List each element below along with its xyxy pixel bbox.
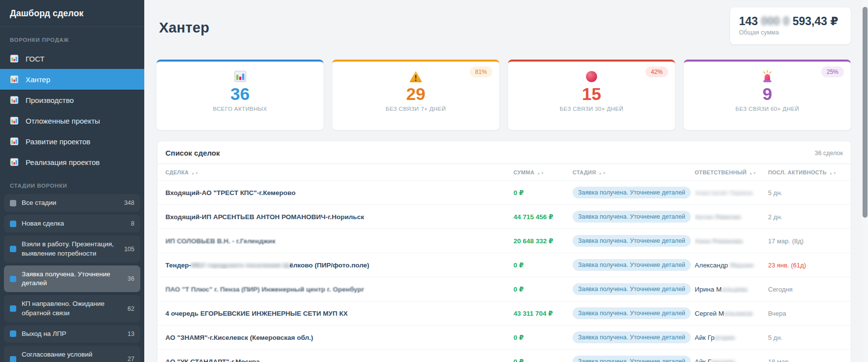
stat-cards-row: 36 ВСЕГО АКТИВНЫХ 29 БЕЗ СВЯЗИ 7+ ДНЕЙ 8… [157,60,851,130]
sort-arrows-icon[interactable]: ▲▼ [191,171,199,175]
table-row[interactable]: ПАО "Т Плюс" г. Пенза (ПИР) Инженерный ц… [158,277,851,301]
stat-card-percent-badge: 25% [821,66,844,77]
table-row[interactable]: АО "ЗНАМЯ"-г.Киселевск (Кемеровская обл.… [158,326,851,350]
sidebar-funnel-item[interactable]: Отложенные проекты [0,110,144,131]
stage-label: Все стадии [22,198,56,207]
sidebar-funnel-item[interactable]: Реализация проектов [0,152,144,172]
sort-arrows-icon[interactable]: ▲▼ [599,171,607,175]
deal-name: АО "ЗНАМЯ"-г.Киселевск (Кемеровская обл.… [165,334,514,341]
sidebar-stage-item[interactable]: Выход на ЛПР 13 [4,325,140,343]
funnel-icon-slot [10,158,19,166]
warning-icon [409,70,423,83]
deal-responsible: Сергей Мельников [695,310,768,317]
stage-count: 13 [124,330,134,337]
table-row[interactable]: АО "УК СТАНДАРТ"-г.Москва 0 ₽ Заявка пол… [158,350,851,362]
stage-label: Заявка получена. Уточнение деталей [22,270,118,288]
stage-list: Все стадии 348 Новая сделка 8 Взяли в ра… [0,194,144,362]
funnel-icon-slot [10,54,19,63]
table-row[interactable]: Тендер-МБУ городского поселения Щёлково … [158,253,851,277]
stage-count: 8 [127,220,134,227]
deal-last-activity: 23 янв. (61д) [768,262,843,269]
table-column-header[interactable]: СДЕЛКА▲▼ [165,169,514,175]
page-title: Хантер [159,20,209,36]
sidebar-stage-item[interactable]: Заявка получена. Уточнение деталей 36 [4,265,140,292]
funnel-label: Хантер [26,75,50,84]
deal-sum: 0 ₽ [514,285,573,293]
stat-card-value: 9 [684,85,851,103]
sidebar-funnel-item[interactable]: Производство [0,90,144,110]
stat-card-percent-badge: 42% [645,66,668,77]
sidebar-funnel-item[interactable]: Хантер [0,69,144,90]
deal-sum: 0 ₽ [514,261,573,269]
funnel-label: Отложенные проекты [26,117,100,125]
stage-dot-icon [10,305,16,312]
sort-arrows-icon[interactable]: ▲▼ [537,171,545,175]
table-column-row: СДЕЛКА▲▼ СУММА▲▼ СТАДИЯ▲▼ ОТВЕТСТВЕННЫЙ▲… [158,164,851,181]
stage-label: Выход на ЛПР [22,329,66,338]
total-sum-label: Общая сумма [730,29,851,36]
deal-responsible: Айк Григорян [695,334,768,341]
table-count-label: 36 сделок [815,150,843,157]
deal-responsible: Анна Романова [695,237,768,245]
app-title: Дашборд сделок [0,0,144,27]
stages-section-label: СТАДИИ ВОРОНКИ [0,172,144,194]
deal-sum: 43 311 704 ₽ [514,309,573,317]
deal-sum: 0 ₽ [514,189,573,197]
deal-stage-badge: Заявка получена. Уточнение деталей [573,331,691,343]
funnel-label: Развитие проектов [26,137,91,146]
total-sum-value: 143 000 0 593,43 ₽ [730,7,851,29]
sidebar-stage-item[interactable]: Взяли в работу. Презентация, выявление п… [4,235,140,262]
sidebar-stage-item[interactable]: Новая сделка 8 [4,215,140,232]
deal-last-activity: 5 дн. [768,189,843,197]
stat-card-label: БЕЗ СВЯЗИ 30+ ДНЕЙ [508,106,675,112]
stage-count: 27 [124,356,134,362]
stage-dot-icon [10,200,16,206]
sidebar-stage-item[interactable]: Все стадии 348 [4,194,140,212]
stage-dot-icon [10,221,16,227]
deal-name: Тендер-МБУ городского поселения Щёлково … [165,262,514,269]
funnels-section-label: ВОРОНКИ ПРОДАЖ [0,27,144,48]
sort-arrows-icon[interactable]: ▲▼ [829,171,837,175]
deal-responsible: Ирина Мальцева [695,286,768,293]
bar-chart-icon [10,137,19,146]
stage-label: КП направлено. Ожидание обратной связи [22,299,118,317]
stage-label: Новая сделка [22,219,64,228]
deal-responsible: Анастасия Тюрина [695,189,768,197]
table-row[interactable]: Входящий-ИП АРСЕНТЬЕВ АНТОН РОМАНОВИЧ-г.… [158,205,851,229]
table-header: Список сделок 36 сделок [158,141,851,164]
funnel-list: ГОСТ Хантер Производство Отложенные прое… [0,48,144,172]
stat-card-label: БЕЗ СВЯЗИ 7+ ДНЕЙ [332,106,499,112]
stat-card: 9 БЕЗ СВЯЗИ 60+ ДНЕЙ 25% [684,60,851,130]
scrollbar-track[interactable] [862,0,868,362]
table-column-header[interactable]: ПОСЛ. АКТИВНОСТЬ▲▼ [768,169,843,175]
sidebar-funnel-item[interactable]: ГОСТ [0,48,144,69]
table-column-header[interactable]: СТАДИЯ▲▼ [573,169,695,175]
total-sum-card: 143 000 0 593,43 ₽ Общая сумма [730,7,851,44]
sidebar-stage-item[interactable]: КП направлено. Ожидание обратной связи 6… [4,295,140,322]
sidebar: Дашборд сделок ВОРОНКИ ПРОДАЖ ГОСТ Ханте… [0,0,144,362]
deal-name: Входящий-ИП АРСЕНТЬЕВ АНТОН РОМАНОВИЧ-г.… [165,213,514,221]
table-column-header[interactable]: ОТВЕТСТВЕННЫЙ▲▼ [695,169,768,175]
deal-stage-badge: Заявка получена. Уточнение деталей [573,356,691,362]
deal-last-activity: 17 мар. (8д) [768,237,843,245]
table-row[interactable]: Входящий-АО "ТРЕСТ КПС"-г.Кемерово 0 ₽ З… [158,181,851,205]
sort-arrows-icon[interactable]: ▲▼ [749,171,757,175]
table-row[interactable]: 4 очередь ЕГОРЬЕВСКИЕ ИНЖЕНЕРНЫЕ СЕТИ МУ… [158,301,851,326]
stat-card-value: 29 [332,85,499,103]
stage-count: 36 [124,275,134,282]
table-row[interactable]: ИП СОЛОВЬЕВ В.Н. - г.Геленджик 20 648 33… [158,229,851,253]
bar-chart-icon [10,116,19,125]
stage-dot-icon [10,276,16,282]
deal-stage-badge: Заявка получена. Уточнение деталей [573,259,691,271]
sidebar-stage-item[interactable]: Согласование условий сотрудничества 27 [4,346,140,362]
table-column-header[interactable]: СУММА▲▼ [514,169,573,175]
deal-name: 4 очередь ЕГОРЬЕВСКИЕ ИНЖЕНЕРНЫЕ СЕТИ МУ… [165,310,514,317]
scrollbar-thumb[interactable] [863,7,868,218]
deal-name: ПАО "Т Плюс" г. Пенза (ПИР) Инженерный ц… [165,286,514,293]
siren-icon [761,70,774,83]
deal-last-activity: Сегодня [768,286,843,293]
table-body: Входящий-АО "ТРЕСТ КПС"-г.Кемерово 0 ₽ З… [158,181,851,362]
sidebar-funnel-item[interactable]: Развитие проектов [0,131,144,152]
stat-card-label: ВСЕГО АКТИВНЫХ [157,106,323,112]
red-circle-icon [585,70,598,83]
